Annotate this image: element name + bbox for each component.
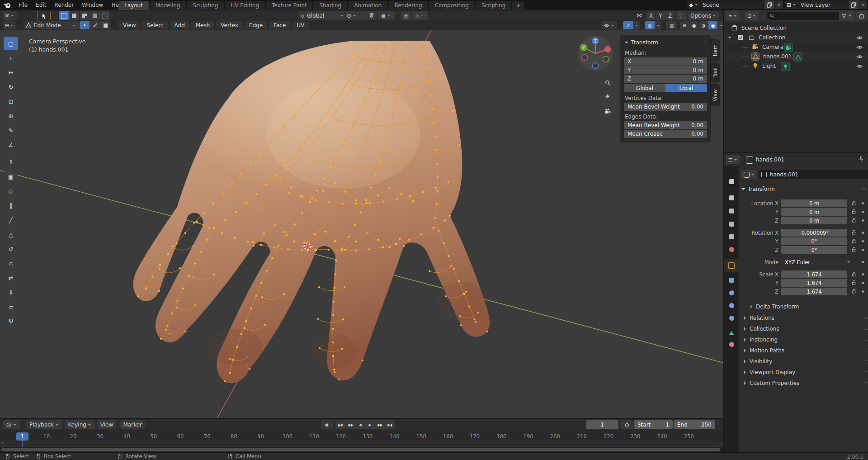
editor-type-properties[interactable]: ☰ [726, 155, 740, 164]
select-mode-extend[interactable] [69, 11, 80, 20]
object-transform-panel-header[interactable]: Transform∷∷ [741, 186, 866, 192]
tool-smooth[interactable]: ∩ [4, 256, 18, 270]
scrollbar-thumb[interactable] [1, 448, 720, 451]
field-value[interactable]: XYZ Euler [781, 258, 851, 266]
current-frame-field[interactable]: 1 [586, 420, 618, 429]
workspace-tab-layout[interactable]: Layout [118, 1, 149, 10]
mirror-y-button[interactable]: Y [656, 11, 665, 20]
view-layer-selector[interactable]: ⊞ View Layer × [785, 0, 867, 9]
blender-logo-icon[interactable] [4, 1, 11, 9]
timeline-track[interactable]: › [0, 442, 723, 447]
menu-edit[interactable]: Edit [32, 0, 50, 9]
jump-to-end-button[interactable]: ▶▮ [385, 420, 395, 429]
viewport-zoom-icon[interactable] [602, 77, 613, 88]
collection-checkbox[interactable] [738, 35, 743, 40]
timeline-menu-playback[interactable]: Playback [26, 420, 62, 429]
properties-tab-material[interactable] [724, 338, 739, 351]
lock-icon[interactable] [851, 271, 857, 278]
transform-panel-header[interactable]: Transform ∷∷ [624, 38, 707, 47]
tool-select-box[interactable]: ▢ [4, 37, 18, 50]
median-y-field[interactable]: Y0 m [624, 66, 707, 74]
shading-solid-icon[interactable]: ● [689, 21, 699, 29]
edge-select-mode-icon[interactable] [90, 21, 100, 29]
hide-in-viewport-eye-icon[interactable] [856, 63, 863, 71]
animate-dot-icon[interactable] [862, 290, 864, 293]
lock-icon[interactable] [851, 229, 857, 237]
gizmo-dropdown[interactable] [633, 21, 640, 29]
workspace-tab-animation[interactable]: Animation [348, 1, 387, 10]
lock-icon[interactable] [851, 200, 857, 207]
proportional-falloff-dropdown[interactable]: ∩ [412, 11, 428, 20]
animate-dot-icon[interactable] [862, 282, 864, 284]
field-value[interactable]: 0 m [781, 217, 847, 224]
view-layer-remove-icon[interactable]: × [859, 0, 867, 9]
timeline-scrollbar[interactable] [0, 447, 723, 452]
properties-tab-output[interactable] [724, 204, 739, 217]
field-value[interactable]: 0° [781, 246, 847, 254]
section-collections[interactable]: Collections∷∷ [739, 324, 868, 334]
lock-icon[interactable] [851, 247, 857, 254]
current-frame-badge[interactable]: 1 [16, 432, 28, 441]
properties-tab-modifiers[interactable] [724, 274, 739, 286]
xray-icon[interactable]: ▥ [666, 21, 677, 29]
outliner-search-input[interactable] [767, 12, 841, 20]
mirror-z-button[interactable]: Z [665, 11, 675, 20]
overlays-dropdown[interactable] [655, 21, 661, 29]
animate-dot-icon[interactable] [862, 219, 864, 222]
animate-dot-icon[interactable] [862, 240, 864, 242]
tool-rip-region[interactable]: Ψ [4, 314, 18, 328]
select-mode-invert[interactable] [90, 11, 100, 20]
shading-material-icon[interactable]: ◑ [699, 21, 708, 29]
section-motion-paths[interactable]: Motion Paths∷∷ [739, 346, 868, 356]
tool-rotate[interactable]: ↻ [4, 80, 18, 94]
properties-tab-view-layer[interactable] [724, 218, 739, 230]
field-value[interactable]: -0.000009° [781, 229, 847, 237]
tool-settings-editor-type[interactable]: ⚒ [3, 11, 17, 20]
object-visibility-dropdown[interactable] [601, 21, 617, 29]
scene-selector[interactable]: ◆ Scene × [687, 0, 783, 9]
properties-tab-object[interactable] [724, 259, 739, 272]
face-select-mode-icon[interactable] [100, 21, 110, 29]
snap-toggle-magnet-icon[interactable] [366, 11, 377, 20]
tool-cursor[interactable]: + [4, 51, 18, 65]
tool-bevel[interactable]: ◇ [4, 184, 18, 198]
menu-file[interactable]: File [14, 0, 32, 9]
shading-rendered-icon[interactable]: ◉ [708, 21, 718, 29]
preview-range-clock-icon[interactable] [621, 420, 633, 429]
tool-spin[interactable]: ↺ [4, 242, 18, 256]
properties-tab-constraints[interactable] [724, 312, 739, 324]
select-mode-intersect[interactable] [100, 11, 110, 20]
properties-tab-scene[interactable] [724, 230, 739, 243]
outliner-row-collection[interactable]: Collection [724, 33, 868, 43]
tool-extrude-region[interactable]: ⇑ [4, 155, 18, 169]
lock-icon[interactable] [851, 209, 857, 216]
scene-icon[interactable]: ◆ [687, 0, 700, 9]
tool-transform[interactable]: ⊕ [4, 109, 18, 123]
outliner-row-scene-collection[interactable]: Scene Collection [724, 24, 868, 33]
animate-dot-icon[interactable] [862, 273, 864, 275]
local-orientation-button[interactable]: Local [665, 84, 707, 92]
workspace-tab-modeling[interactable]: Modeling [150, 1, 186, 10]
properties-tab-physics[interactable] [724, 299, 739, 312]
section-instancing[interactable]: Instancing∷∷ [739, 335, 868, 345]
timeline-menu-view[interactable]: View [97, 420, 116, 429]
disclosure-triangle-icon[interactable] [728, 37, 731, 40]
mean-bevel-weight-field[interactable]: Mean Bevel Weight0.00 [624, 103, 707, 111]
channel-expand-icon[interactable]: › [2, 441, 4, 446]
field-value[interactable]: 1.674 [781, 279, 847, 287]
median-x-field[interactable]: X0 m [624, 57, 707, 66]
tool-shear[interactable]: ▱ [4, 300, 18, 313]
field-value[interactable]: 1.674 [781, 288, 847, 295]
transform-orientation-dropdown[interactable]: ◇ Global [298, 11, 346, 20]
animate-dot-icon[interactable] [862, 232, 864, 234]
lock-icon[interactable] [851, 280, 857, 287]
properties-tab-particles[interactable] [724, 286, 739, 299]
view-layer-icon[interactable]: ⊞ [785, 0, 798, 9]
tool-annotate[interactable]: ✎ [4, 123, 18, 137]
view-layer-copy-icon[interactable] [848, 0, 859, 9]
viewport-pan-icon[interactable]: ✥ [602, 91, 613, 102]
viewport-menu-view[interactable]: View [118, 21, 140, 29]
viewport-menu-face[interactable]: Face [269, 21, 290, 29]
section-relations[interactable]: Relations∷∷ [739, 313, 868, 323]
viewport-camera-icon[interactable] [602, 105, 613, 117]
